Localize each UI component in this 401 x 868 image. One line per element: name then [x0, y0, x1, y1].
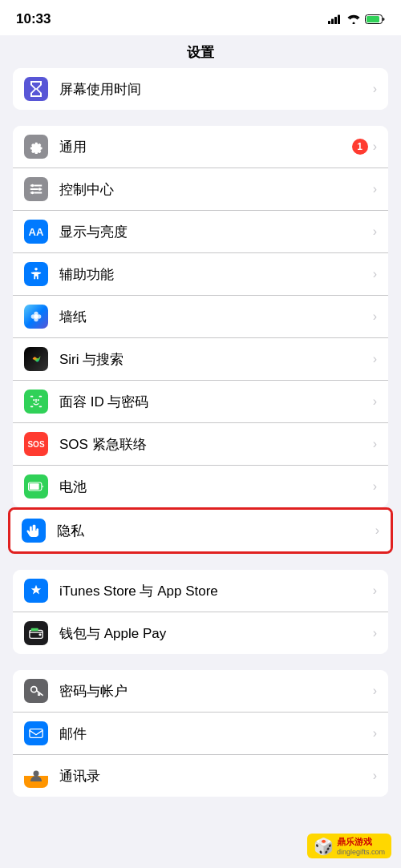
display-label: 显示与亮度	[59, 223, 373, 241]
settings-group-3: iTunes Store 与 App Store › 钱包与 Apple Pay…	[0, 570, 401, 654]
chevron-icon: ›	[373, 182, 377, 196]
siri-label: Siri 与搜索	[59, 350, 373, 369]
general-icon-wrap	[24, 135, 48, 159]
sos-right: ›	[373, 437, 377, 451]
svg-point-15	[34, 268, 38, 271]
svg-rect-24	[39, 406, 43, 407]
battery-label: 电池	[59, 478, 373, 496]
accessibility-icon-wrap	[24, 262, 48, 286]
face-id-icon-wrap	[24, 390, 48, 414]
chevron-icon: ›	[373, 309, 377, 324]
row-passwords[interactable]: 密码与帐户 ›	[13, 670, 388, 713]
siri-icon	[29, 352, 43, 366]
watermark-flag: 🎲	[314, 837, 334, 856]
settings-group-4: 密码与帐户 › 邮件 ›	[0, 670, 401, 797]
svg-point-33	[31, 687, 37, 692]
page-title: 设置	[0, 43, 401, 62]
appstore-icon	[29, 583, 43, 598]
row-accessibility[interactable]: 辅助功能 ›	[13, 253, 388, 296]
status-icons	[328, 14, 385, 24]
settings-group-2: 通用 1 › 控制中心	[0, 126, 401, 554]
row-app-store[interactable]: iTunes Store 与 App Store ›	[13, 570, 388, 612]
row-privacy[interactable]: 隐私 ›	[10, 510, 391, 551]
row-siri[interactable]: Siri 与搜索 ›	[13, 338, 388, 381]
svg-point-8	[31, 192, 34, 195]
svg-rect-1	[331, 19, 334, 25]
row-display[interactable]: AA 显示与亮度 ›	[13, 211, 388, 253]
svg-rect-5	[367, 16, 379, 22]
general-label: 通用	[59, 138, 352, 156]
row-battery[interactable]: 电池 ›	[13, 466, 388, 507]
flower-icon	[29, 309, 43, 324]
wallpaper-label: 墙纸	[59, 308, 373, 326]
chevron-icon: ›	[373, 352, 377, 366]
settings-list-2: 通用 1 › 控制中心	[13, 126, 388, 507]
svg-rect-22	[39, 396, 43, 398]
mail-right: ›	[373, 726, 377, 741]
svg-rect-32	[39, 633, 42, 636]
settings-list-3: iTunes Store 与 App Store › 钱包与 Apple Pay…	[13, 570, 388, 654]
watermark-area: 🎲 鼎乐游戏 dinglegifts.com	[307, 834, 391, 858]
privacy-right: ›	[375, 523, 379, 538]
svg-rect-31	[31, 628, 38, 632]
chevron-icon: ›	[373, 139, 377, 154]
wallpaper-icon-wrap	[24, 305, 48, 329]
chevron-icon: ›	[373, 684, 377, 698]
watermark-url: dinglegifts.com	[337, 848, 385, 856]
general-badge: 1	[352, 139, 368, 155]
wallpaper-right: ›	[373, 309, 377, 324]
wallet-icon-wrap	[24, 621, 48, 645]
row-control-center[interactable]: 控制中心 ›	[13, 168, 388, 211]
svg-point-26	[38, 399, 39, 401]
svg-point-7	[38, 188, 42, 191]
svg-rect-3	[338, 15, 340, 25]
passwords-icon-wrap	[24, 679, 48, 703]
wifi-icon	[347, 14, 360, 24]
face-id-label: 面容 ID 与密码	[59, 393, 373, 411]
chevron-icon: ›	[373, 224, 377, 239]
settings-list-4: 密码与帐户 › 邮件 ›	[13, 670, 388, 797]
key-icon	[29, 684, 43, 698]
control-center-icon-wrap	[24, 177, 48, 201]
row-wallpaper[interactable]: 墙纸 ›	[13, 296, 388, 338]
sos-icon-wrap: SOS	[24, 432, 48, 456]
mail-label: 邮件	[59, 725, 373, 743]
contacts-right: ›	[373, 769, 377, 783]
accessibility-right: ›	[373, 267, 377, 281]
contacts-icon	[30, 769, 43, 783]
row-wallet[interactable]: 钱包与 Apple Pay ›	[13, 612, 388, 654]
aa-icon: AA	[29, 226, 44, 238]
mail-icon-wrap	[24, 721, 48, 745]
general-right: 1 ›	[352, 139, 377, 155]
face-id-right: ›	[373, 394, 377, 409]
svg-point-6	[31, 184, 34, 188]
watermark-brand: 鼎乐游戏	[337, 836, 385, 848]
passwords-label: 密码与帐户	[59, 682, 373, 700]
row-mail[interactable]: 邮件 ›	[13, 713, 388, 755]
row-general[interactable]: 通用 1 ›	[13, 126, 388, 168]
app-store-label: iTunes Store 与 App Store	[59, 582, 373, 600]
gear-icon	[29, 139, 43, 154]
chevron-icon: ›	[373, 267, 377, 281]
chevron-icon: ›	[373, 626, 377, 640]
svg-rect-34	[30, 729, 43, 738]
privacy-label: 隐私	[57, 522, 375, 540]
watermark-badge: 🎲 鼎乐游戏 dinglegifts.com	[307, 834, 391, 858]
svg-point-35	[34, 771, 39, 777]
row-face-id[interactable]: 面容 ID 与密码 ›	[13, 381, 388, 423]
title-bar: 设置	[0, 35, 401, 68]
svg-point-25	[33, 399, 34, 401]
row-contacts[interactable]: 通讯录 ›	[13, 755, 388, 797]
wallet-right: ›	[373, 626, 377, 640]
control-center-right: ›	[373, 182, 377, 196]
signal-icon	[328, 14, 342, 24]
app-store-right: ›	[373, 583, 377, 598]
row-screen-time[interactable]: 屏幕使用时间 ›	[13, 68, 388, 110]
svg-rect-0	[328, 21, 330, 24]
row-sos[interactable]: SOS SOS 紧急联络 ›	[13, 423, 388, 466]
accessibility-label: 辅助功能	[59, 265, 373, 284]
screen-time-right: ›	[373, 82, 377, 96]
face-id-icon	[29, 394, 43, 409]
display-icon-wrap: AA	[24, 220, 48, 244]
chevron-icon: ›	[373, 583, 377, 598]
